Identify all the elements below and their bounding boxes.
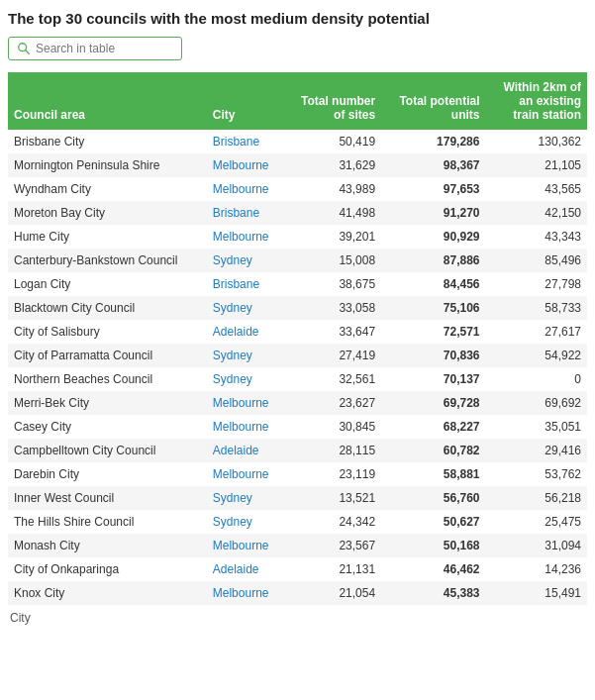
table-row: Northern Beaches CouncilSydney32,56170,1… — [8, 367, 587, 391]
cell-train: 27,617 — [485, 320, 587, 344]
cell-council: City of Parramatta Council — [8, 344, 207, 367]
cell-units: 70,836 — [381, 344, 485, 367]
cell-units: 179,286 — [381, 130, 485, 153]
cell-train: 15,491 — [485, 581, 587, 605]
cell-city: Sydney — [207, 367, 284, 391]
cell-city: Adelaide — [207, 439, 284, 462]
cell-council: Northern Beaches Council — [8, 367, 207, 391]
cell-train: 130,362 — [485, 130, 587, 153]
cell-city: Melbourne — [207, 462, 284, 486]
cell-train: 27,798 — [485, 272, 587, 296]
cell-sites: 28,115 — [284, 439, 382, 462]
cell-council: Darebin City — [8, 462, 207, 486]
table-row: Inner West CouncilSydney13,52156,76056,2… — [8, 486, 587, 510]
header-council: Council area — [8, 72, 207, 130]
cell-units: 97,653 — [381, 177, 485, 201]
cell-council: Canterbury-Bankstown Council — [8, 249, 207, 272]
cell-city: Melbourne — [207, 581, 284, 605]
cell-council: Moreton Bay City — [8, 201, 207, 225]
cell-sites: 39,201 — [284, 225, 382, 249]
cell-city: Adelaide — [207, 557, 284, 581]
cell-train: 43,343 — [485, 225, 587, 249]
header-city: City — [207, 72, 284, 130]
table-row: Darebin CityMelbourne23,11958,88153,762 — [8, 462, 587, 486]
cell-units: 70,137 — [381, 367, 485, 391]
table-row: Canterbury-Bankstown CouncilSydney15,008… — [8, 249, 587, 272]
cell-sites: 32,561 — [284, 367, 382, 391]
cell-train: 54,922 — [485, 344, 587, 367]
table-row: Casey CityMelbourne30,84568,22735,051 — [8, 415, 587, 439]
cell-council: Merri-Bek City — [8, 391, 207, 415]
cell-train: 29,416 — [485, 439, 587, 462]
cell-units: 72,571 — [381, 320, 485, 344]
cell-train: 53,762 — [485, 462, 587, 486]
cell-sites: 31,629 — [284, 153, 382, 177]
search-box[interactable] — [8, 37, 182, 60]
cell-sites: 23,627 — [284, 391, 382, 415]
cell-city: Brisbane — [207, 130, 284, 153]
table-row: Monash CityMelbourne23,56750,16831,094 — [8, 534, 587, 557]
table-row: Blacktown City CouncilSydney33,05875,106… — [8, 296, 587, 320]
cell-city: Melbourne — [207, 415, 284, 439]
cell-city: Sydney — [207, 296, 284, 320]
table-row: Mornington Peninsula ShireMelbourne31,62… — [8, 153, 587, 177]
cell-train: 0 — [485, 367, 587, 391]
cell-units: 50,168 — [381, 534, 485, 557]
cell-sites: 15,008 — [284, 249, 382, 272]
cell-train: 58,733 — [485, 296, 587, 320]
cell-units: 84,456 — [381, 272, 485, 296]
cell-units: 87,886 — [381, 249, 485, 272]
cell-city: Melbourne — [207, 225, 284, 249]
cell-units: 58,881 — [381, 462, 485, 486]
cell-city: Melbourne — [207, 391, 284, 415]
header-units: Total potentialunits — [381, 72, 485, 130]
cell-sites: 30,845 — [284, 415, 382, 439]
cell-council: City of Salisbury — [8, 320, 207, 344]
cell-council: Inner West Council — [8, 486, 207, 510]
cell-council: The Hills Shire Council — [8, 510, 207, 534]
cell-units: 90,929 — [381, 225, 485, 249]
cell-sites: 21,131 — [284, 557, 382, 581]
data-table: Council area City Total numberof sites T… — [8, 72, 587, 605]
cell-sites: 33,058 — [284, 296, 382, 320]
table-row: Brisbane CityBrisbane50,419179,286130,36… — [8, 130, 587, 153]
table-header-row: Council area City Total numberof sites T… — [8, 72, 587, 130]
cell-city: Brisbane — [207, 272, 284, 296]
table-row: Wyndham CityMelbourne43,98997,65343,565 — [8, 177, 587, 201]
table-row: Merri-Bek CityMelbourne23,62769,72869,69… — [8, 391, 587, 415]
cell-council: Wyndham City — [8, 177, 207, 201]
cell-units: 75,106 — [381, 296, 485, 320]
cell-city: Brisbane — [207, 201, 284, 225]
table-row: Moreton Bay CityBrisbane41,49891,27042,1… — [8, 201, 587, 225]
cell-units: 69,728 — [381, 391, 485, 415]
page-wrapper: The top 30 councils with the most medium… — [0, 0, 595, 635]
cell-units: 45,383 — [381, 581, 485, 605]
cell-sites: 13,521 — [284, 486, 382, 510]
page-title: The top 30 councils with the most medium… — [8, 10, 587, 27]
cell-city: Melbourne — [207, 177, 284, 201]
cell-city: Sydney — [207, 249, 284, 272]
cell-council: Campbelltown City Council — [8, 439, 207, 462]
header-sites: Total numberof sites — [284, 72, 382, 130]
cell-city: Sydney — [207, 510, 284, 534]
table-row: Campbelltown City CouncilAdelaide28,1156… — [8, 439, 587, 462]
cell-sites: 50,419 — [284, 130, 382, 153]
cell-units: 46,462 — [381, 557, 485, 581]
search-input[interactable] — [36, 42, 173, 55]
cell-sites: 41,498 — [284, 201, 382, 225]
table-row: City of SalisburyAdelaide33,64772,57127,… — [8, 320, 587, 344]
cell-train: 43,565 — [485, 177, 587, 201]
cell-sites: 21,054 — [284, 581, 382, 605]
table-body: Brisbane CityBrisbane50,419179,286130,36… — [8, 130, 587, 605]
cell-units: 91,270 — [381, 201, 485, 225]
cell-train: 21,105 — [485, 153, 587, 177]
cell-sites: 27,419 — [284, 344, 382, 367]
cell-units: 50,627 — [381, 510, 485, 534]
cell-sites: 43,989 — [284, 177, 382, 201]
table-row: Logan CityBrisbane38,67584,45627,798 — [8, 272, 587, 296]
cell-train: 14,236 — [485, 557, 587, 581]
cell-city: Melbourne — [207, 534, 284, 557]
cell-council: Blacktown City Council — [8, 296, 207, 320]
cell-city: Sydney — [207, 486, 284, 510]
cell-train: 69,692 — [485, 391, 587, 415]
